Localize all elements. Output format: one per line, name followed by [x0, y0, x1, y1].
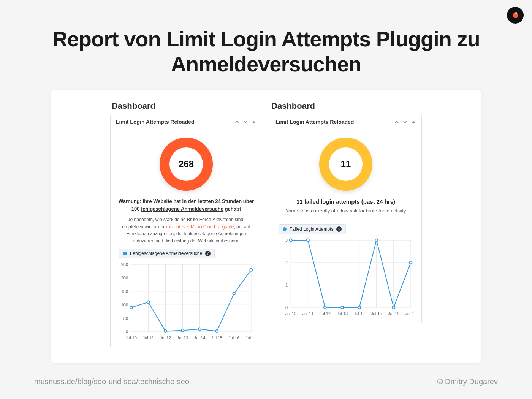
svg-text:0: 0	[285, 305, 288, 310]
upgrade-note: Je nachdem, wie stark deine Brute-Force-…	[117, 216, 255, 244]
svg-text:Jul 16: Jul 16	[388, 311, 399, 316]
svg-text:Jul 12: Jul 12	[160, 336, 171, 340]
svg-point-31	[164, 330, 167, 332]
widget-header: Limit Login Attempts Reloaded	[270, 115, 421, 129]
svg-point-67	[392, 306, 395, 309]
chart-legend: Fehlgeschlagene Anmeldeversuche ?	[119, 249, 215, 258]
svg-text:Jul 13: Jul 13	[337, 311, 348, 316]
chart-legend: Failed Login Attempts ?	[279, 224, 346, 234]
svg-point-63	[324, 306, 326, 309]
svg-text:100: 100	[121, 302, 128, 307]
dashboard-heading: Dashboard	[110, 99, 262, 115]
attempts-line-chart-left: 050100150200250Jul 10Jul 11Jul 12Jul 13J…	[117, 261, 255, 342]
attempts-line-chart-right: 0123Jul 10Jul 11Jul 12Jul 13Jul 14Jul 15…	[277, 237, 415, 317]
page-title: Report von Limit Login Attempts Pluggin …	[0, 0, 532, 90]
chevron-up-icon[interactable]	[394, 119, 399, 125]
svg-point-34	[215, 330, 218, 332]
svg-point-35	[233, 292, 235, 295]
svg-text:Jul 14: Jul 14	[354, 311, 365, 316]
svg-text:Jul 16: Jul 16	[228, 336, 239, 340]
attempts-donut: 268	[160, 138, 213, 191]
dashboard-heading: Dashboard	[270, 99, 422, 115]
page-footer: musnuss.de/blog/seo-und-sea/technische-s…	[0, 377, 532, 386]
legend-label: Failed Login Attempts	[290, 226, 333, 232]
brand-nut-icon	[507, 7, 524, 24]
svg-text:2: 2	[285, 260, 288, 265]
attempts-donut: 11	[319, 138, 372, 191]
status-subtext: Your site is currently at a low risk for…	[277, 208, 415, 214]
svg-text:Jul 15: Jul 15	[211, 336, 222, 340]
widget-header: Limit Login Attempts Reloaded	[111, 115, 262, 129]
collapse-triangle-icon[interactable]	[411, 119, 416, 125]
collapse-triangle-icon[interactable]	[251, 119, 256, 125]
svg-point-68	[409, 261, 412, 264]
chevron-down-icon[interactable]	[402, 119, 408, 125]
svg-point-30	[147, 301, 150, 303]
svg-text:Jul 12: Jul 12	[320, 311, 331, 316]
svg-text:Jul 13: Jul 13	[177, 336, 188, 340]
chevron-down-icon[interactable]	[243, 119, 248, 125]
svg-point-33	[198, 328, 201, 330]
svg-point-64	[341, 306, 344, 309]
screenshot-stage: Dashboard Limit Login Attempts Reloaded …	[51, 90, 481, 363]
svg-text:1: 1	[285, 283, 288, 287]
svg-text:250: 250	[121, 262, 128, 267]
attempts-count: 268	[179, 159, 194, 169]
svg-point-66	[375, 239, 378, 242]
svg-point-32	[181, 329, 184, 331]
help-icon[interactable]: ?	[336, 226, 342, 232]
svg-text:Jul 10: Jul 10	[285, 311, 296, 316]
svg-text:Jul 11: Jul 11	[302, 311, 314, 316]
status-heading: 11 failed login attempts (past 24 hrs)	[277, 198, 415, 205]
attempts-count: 11	[341, 159, 351, 169]
svg-text:Jul 10: Jul 10	[125, 336, 136, 340]
svg-text:Jul 17: Jul 17	[405, 311, 415, 316]
help-icon[interactable]: ?	[205, 251, 211, 256]
svg-text:Jul 15: Jul 15	[371, 311, 382, 316]
chevron-up-icon[interactable]	[234, 119, 240, 125]
svg-text:Jul 17: Jul 17	[245, 336, 255, 340]
dashboard-panel-left: Dashboard Limit Login Attempts Reloaded …	[110, 99, 262, 347]
svg-text:50: 50	[124, 316, 128, 320]
widget-card-right: Limit Login Attempts Reloaded 11 11 fail…	[270, 115, 422, 323]
widget-title: Limit Login Attempts Reloaded	[116, 119, 194, 125]
dashboard-panel-right: Dashboard Limit Login Attempts Reloaded …	[270, 99, 422, 347]
legend-label: Fehlgeschlagene Anmeldeversuche	[130, 251, 202, 256]
svg-point-0	[515, 12, 518, 14]
svg-point-65	[358, 306, 361, 309]
widget-title: Limit Login Attempts Reloaded	[276, 119, 354, 125]
svg-text:200: 200	[121, 276, 128, 280]
svg-text:Jul 11: Jul 11	[143, 336, 154, 340]
widget-card-left: Limit Login Attempts Reloaded 268 Warnun…	[110, 115, 262, 347]
svg-text:0: 0	[126, 329, 128, 334]
source-url-text: musnuss.de/blog/seo-und-sea/technische-s…	[34, 377, 189, 386]
svg-point-62	[307, 239, 309, 242]
svg-point-29	[130, 306, 133, 309]
svg-text:3: 3	[285, 238, 288, 242]
svg-point-36	[250, 268, 252, 271]
warning-text: Warnung: Ihre Website hat in den letzten…	[117, 198, 255, 212]
svg-text:Jul 14: Jul 14	[194, 336, 205, 340]
legend-dot-icon	[283, 227, 287, 231]
legend-dot-icon	[123, 252, 127, 255]
upgrade-link[interactable]: kostenloses Micro Cloud Upgrade	[165, 224, 234, 230]
svg-text:150: 150	[121, 289, 128, 293]
copyright-text: © Dmitry Dugarev	[437, 377, 498, 386]
svg-point-61	[290, 239, 292, 242]
